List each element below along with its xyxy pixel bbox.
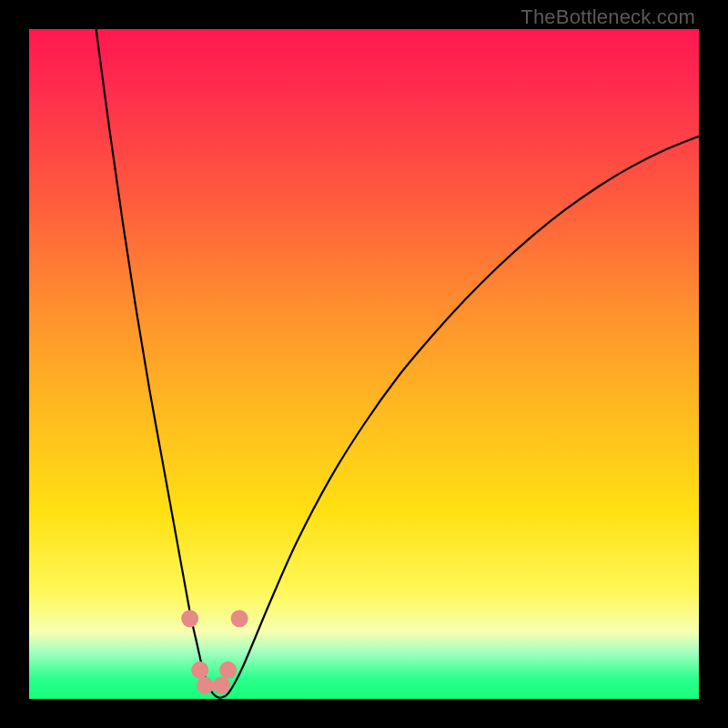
curve-marker [191,662,208,679]
curve-marker [197,677,214,694]
curve-marker [219,662,237,679]
curve-marker [213,677,230,694]
plot-area [29,29,699,699]
curve-marker [181,610,198,627]
bottleneck-curve [29,29,699,699]
curve-path [96,29,699,698]
chart-frame: TheBottleneck.com [0,0,728,728]
curve-marker [231,610,248,627]
watermark-text: TheBottleneck.com [521,5,695,29]
